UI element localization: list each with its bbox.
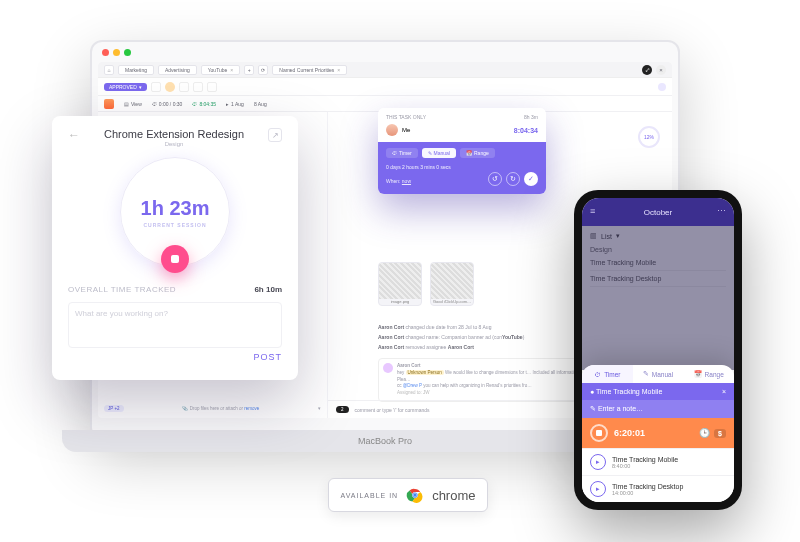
attachment-item[interactable]: Good iClickUp.com… bbox=[430, 262, 474, 306]
timer-dial: 1h 23m CURRENT SESSION bbox=[120, 157, 230, 267]
close-dot[interactable] bbox=[102, 49, 109, 56]
timer-subtitle: Design bbox=[104, 141, 244, 147]
menu-icon[interactable]: ≡ bbox=[590, 206, 595, 216]
crumb-youtube[interactable]: YouTube× bbox=[201, 65, 241, 75]
mention-chip[interactable]: Unknown Person bbox=[406, 370, 444, 375]
crumb-marketing[interactable]: Marketing bbox=[118, 65, 154, 75]
avatar bbox=[386, 124, 398, 136]
header-title[interactable]: October bbox=[644, 208, 672, 217]
mention-link[interactable]: @Drew P bbox=[403, 383, 422, 388]
running-timer-row: 6:20:01 🕒 $ bbox=[582, 418, 734, 448]
close-icon[interactable]: × bbox=[337, 67, 340, 73]
start-date[interactable]: ▸ 1 Aug bbox=[226, 101, 244, 107]
expand-icon[interactable]: ⤢ bbox=[642, 65, 652, 75]
play-icon[interactable]: ▸ bbox=[590, 481, 606, 497]
named-priorities-tab[interactable]: Named Current Priorities× bbox=[272, 65, 347, 75]
stop-icon bbox=[171, 255, 179, 263]
tag-icon[interactable] bbox=[193, 82, 203, 92]
running-value: 6:20:01 bbox=[614, 428, 645, 438]
dropdown-icon[interactable]: ▾ bbox=[318, 406, 321, 411]
app-logo-icon bbox=[104, 99, 114, 109]
confirm-icon[interactable]: ✓ bbox=[524, 172, 538, 186]
min-dot[interactable] bbox=[113, 49, 120, 56]
chrome-badge[interactable]: AVAILABLE IN chrome bbox=[328, 478, 488, 512]
assigned-note: Assigned to: JW bbox=[397, 390, 430, 395]
overall-value: 6h 10m bbox=[254, 285, 282, 294]
timer-card: ← Chrome Extension Redesign Design ↗ 1h … bbox=[52, 116, 298, 380]
timer-sheet: ⏱ Timer ✎ Manual 📅 Range ● Time Tracking… bbox=[582, 365, 734, 502]
list-item[interactable]: ▸ Time Tracking Desktop14:00:00 bbox=[582, 475, 734, 502]
scope-label: THIS TASK ONLY bbox=[386, 114, 426, 120]
breadcrumb-tabs: ⌂ Marketing Advertising YouTube× + ⟳ Nam… bbox=[98, 62, 672, 78]
svg-point-3 bbox=[413, 493, 416, 496]
phone-frame: ≡ October ⋯ ▥ List ▾ Design Time Trackin… bbox=[574, 190, 742, 510]
tab-timer[interactable]: ⏱ Timer bbox=[582, 365, 633, 383]
sheet-tabs: ⏱ Timer ✎ Manual 📅 Range bbox=[582, 365, 734, 383]
max-dot[interactable] bbox=[124, 49, 131, 56]
tab-range[interactable]: 📅 Range bbox=[683, 365, 734, 383]
open-external-icon[interactable]: ↗ bbox=[268, 128, 282, 142]
undo-icon[interactable]: ↺ bbox=[488, 172, 502, 186]
due-date[interactable]: 8 Aug bbox=[254, 101, 267, 107]
timer-title: Chrome Extension Redesign bbox=[104, 128, 244, 140]
time-tracked[interactable]: ⏱ 8:04:35 bbox=[192, 101, 216, 107]
badge-pretext: AVAILABLE IN bbox=[340, 492, 398, 499]
tab-timer[interactable]: ⏱ Timer bbox=[386, 148, 418, 158]
window-controls bbox=[92, 42, 678, 62]
link-icon[interactable] bbox=[207, 82, 217, 92]
close-icon[interactable]: × bbox=[722, 388, 726, 395]
add-tab-icon[interactable]: + bbox=[244, 65, 254, 75]
comment-author: Aaron Cort bbox=[397, 363, 421, 368]
redo-icon[interactable]: ↻ bbox=[506, 172, 520, 186]
play-icon[interactable]: ▸ bbox=[590, 454, 606, 470]
attachment-item[interactable]: image.png bbox=[378, 262, 422, 306]
popover-tabs: ⏱ Timer ✎ Manual 📅 Range bbox=[386, 148, 538, 158]
home-icon[interactable]: ⌂ bbox=[104, 65, 114, 75]
close-icon[interactable]: × bbox=[230, 67, 233, 73]
badge-name: chrome bbox=[432, 488, 475, 503]
status-pill[interactable]: APPROVED ▾ bbox=[104, 83, 147, 91]
comment-input[interactable]: comment or type '/' for commands bbox=[355, 407, 430, 413]
crumb-advertising[interactable]: Advertising bbox=[158, 65, 197, 75]
post-button[interactable]: POST bbox=[253, 352, 282, 362]
phone-header: ≡ October ⋯ bbox=[582, 198, 734, 226]
list-item[interactable]: ▸ Time Tracking Mobile8:40:00 bbox=[582, 448, 734, 475]
check-icon[interactable] bbox=[151, 82, 161, 92]
task-toolbar: APPROVED ▾ bbox=[98, 78, 672, 96]
stop-button[interactable] bbox=[161, 245, 189, 273]
unread-badge[interactable]: 2 bbox=[336, 406, 349, 413]
modal-backdrop[interactable] bbox=[582, 226, 734, 370]
priority-icon[interactable] bbox=[179, 82, 189, 92]
time-estimate[interactable]: ⏱ 0:00 / 0:30 bbox=[152, 101, 183, 107]
watch-icon[interactable] bbox=[658, 83, 666, 91]
elapsed-time: 1h 23m bbox=[141, 197, 210, 220]
chrome-icon bbox=[406, 486, 424, 504]
phone-screen: ≡ October ⋯ ▥ List ▾ Design Time Trackin… bbox=[582, 198, 734, 502]
overall-label: OVERALL TIME TRACKED bbox=[68, 285, 176, 294]
duration-input[interactable]: 0 days 2 hours 3 mins 0 secs bbox=[386, 164, 538, 170]
total-label: 8h 3m bbox=[524, 114, 538, 120]
tab-manual[interactable]: ✎ Manual bbox=[422, 148, 456, 158]
recent-list: ▸ Time Tracking Mobile8:40:00 ▸ Time Tra… bbox=[582, 448, 734, 502]
avatar bbox=[383, 363, 393, 373]
popover-user[interactable]: Me bbox=[386, 124, 410, 136]
selected-task-row[interactable]: ● Time Tracking Mobile × bbox=[582, 383, 734, 400]
back-icon[interactable]: ← bbox=[68, 128, 80, 142]
tab-range[interactable]: 📅 Range bbox=[460, 148, 495, 158]
note-row[interactable]: ✎ Enter a note… bbox=[582, 400, 734, 418]
assignee-avatar[interactable] bbox=[165, 82, 175, 92]
more-icon[interactable]: ⋯ bbox=[717, 206, 726, 216]
refresh-icon[interactable]: ⟳ bbox=[258, 65, 268, 75]
billable-icon[interactable]: $ bbox=[714, 429, 726, 438]
attach-icon[interactable]: 📎 bbox=[182, 406, 188, 411]
time-popover: THIS TASK ONLY8h 3m Me 8:04:34 ⏱ Timer ✎… bbox=[378, 108, 546, 194]
remove-link[interactable]: remove bbox=[244, 406, 259, 411]
tab-manual[interactable]: ✎ Manual bbox=[633, 365, 684, 383]
view-toggle[interactable]: ▤ View bbox=[124, 101, 142, 107]
clock-icon[interactable]: 🕒 bbox=[699, 428, 710, 438]
elapsed-label: CURRENT SESSION bbox=[143, 222, 206, 228]
close-window-icon[interactable]: × bbox=[656, 65, 666, 75]
stop-icon[interactable] bbox=[590, 424, 608, 442]
people-chip[interactable]: JP +2 bbox=[104, 405, 124, 412]
note-input[interactable]: What are you working on? bbox=[68, 302, 282, 348]
